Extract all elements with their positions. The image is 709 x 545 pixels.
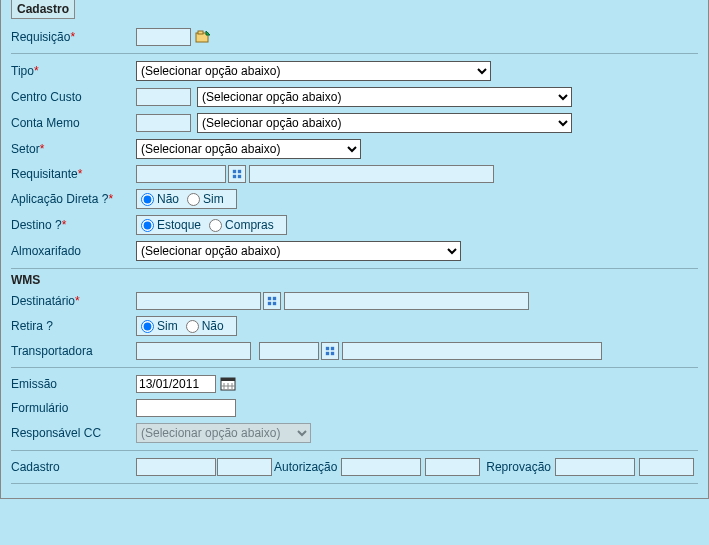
label-autorizacao: Autorização (274, 460, 337, 474)
label-setor: Setor* (11, 142, 136, 156)
destinatario-code-input[interactable] (136, 292, 261, 310)
transportadora-name-input[interactable] (342, 342, 602, 360)
svg-rect-12 (326, 352, 329, 355)
formulario-input[interactable] (136, 399, 236, 417)
label-reprovacao: Reprovação (486, 460, 551, 474)
retira-nao[interactable]: Não (186, 319, 224, 333)
label-conta-memo: Conta Memo (11, 116, 136, 130)
aplic-direta-sim[interactable]: Sim (187, 192, 224, 206)
label-emissao: Emissão (11, 377, 136, 391)
svg-rect-5 (238, 175, 241, 178)
svg-rect-15 (221, 378, 235, 381)
retira-group: Sim Não (136, 316, 237, 336)
almox-select[interactable]: (Selecionar opção abaixo) (136, 241, 461, 261)
svg-rect-11 (331, 347, 334, 350)
centro-custo-select[interactable]: (Selecionar opção abaixo) (197, 87, 572, 107)
lookup-icon[interactable] (228, 165, 246, 183)
aplic-direta-group: Não Sim (136, 189, 237, 209)
calendar-icon[interactable] (219, 375, 237, 393)
label-cadastro-status: Cadastro (11, 460, 136, 474)
label-aplic-direta: Aplicação Direta ?* (11, 192, 136, 206)
tab-cadastro[interactable]: Cadastro (11, 0, 75, 19)
svg-rect-8 (268, 302, 271, 305)
requisicao-input[interactable] (136, 28, 191, 46)
section-wms: WMS (11, 273, 698, 287)
open-icon[interactable] (194, 28, 212, 46)
label-centro-custo: Centro Custo (11, 90, 136, 104)
transportadora-code-input[interactable] (259, 342, 319, 360)
autorizacao-time-input[interactable] (425, 458, 480, 476)
responsavel-cc-select: (Selecionar opção abaixo) (136, 423, 311, 443)
svg-rect-3 (238, 170, 241, 173)
svg-rect-13 (331, 352, 334, 355)
svg-rect-6 (268, 297, 271, 300)
svg-rect-9 (273, 302, 276, 305)
label-requisicao: Requisição* (11, 30, 136, 44)
svg-rect-10 (326, 347, 329, 350)
destino-estoque[interactable]: Estoque (141, 218, 201, 232)
label-tipo: Tipo* (11, 64, 136, 78)
setor-select[interactable]: (Selecionar opção abaixo) (136, 139, 361, 159)
cadastro-date-input[interactable] (136, 458, 216, 476)
transportadora-input1[interactable] (136, 342, 251, 360)
destino-group: Estoque Compras (136, 215, 287, 235)
conta-memo-select[interactable]: (Selecionar opção abaixo) (197, 113, 572, 133)
lookup-icon[interactable] (321, 342, 339, 360)
svg-rect-7 (273, 297, 276, 300)
aplic-direta-nao[interactable]: Não (141, 192, 179, 206)
label-destinatario: Destinatário* (11, 294, 136, 308)
svg-rect-4 (233, 175, 236, 178)
label-requisitante: Requisitante* (11, 167, 136, 181)
label-retira: Retira ? (11, 319, 136, 333)
retira-sim[interactable]: Sim (141, 319, 178, 333)
autorizacao-date-input[interactable] (341, 458, 421, 476)
label-responsavel-cc: Responsável CC (11, 426, 136, 440)
label-transportadora: Transportadora (11, 344, 136, 358)
conta-memo-input[interactable] (136, 114, 191, 132)
svg-rect-2 (233, 170, 236, 173)
svg-rect-1 (198, 31, 203, 34)
reprovacao-date-input[interactable] (555, 458, 635, 476)
emissao-input[interactable] (136, 375, 216, 393)
centro-custo-input[interactable] (136, 88, 191, 106)
destino-compras[interactable]: Compras (209, 218, 274, 232)
requisitante-code-input[interactable] (136, 165, 226, 183)
requisitante-name-input[interactable] (249, 165, 494, 183)
label-destino: Destino ?* (11, 218, 136, 232)
reprovacao-time-input[interactable] (639, 458, 694, 476)
label-formulario: Formulário (11, 401, 136, 415)
cadastro-time-input[interactable] (217, 458, 272, 476)
destinatario-name-input[interactable] (284, 292, 529, 310)
label-almox: Almoxarifado (11, 244, 136, 258)
tipo-select[interactable]: (Selecionar opção abaixo) (136, 61, 491, 81)
lookup-icon[interactable] (263, 292, 281, 310)
